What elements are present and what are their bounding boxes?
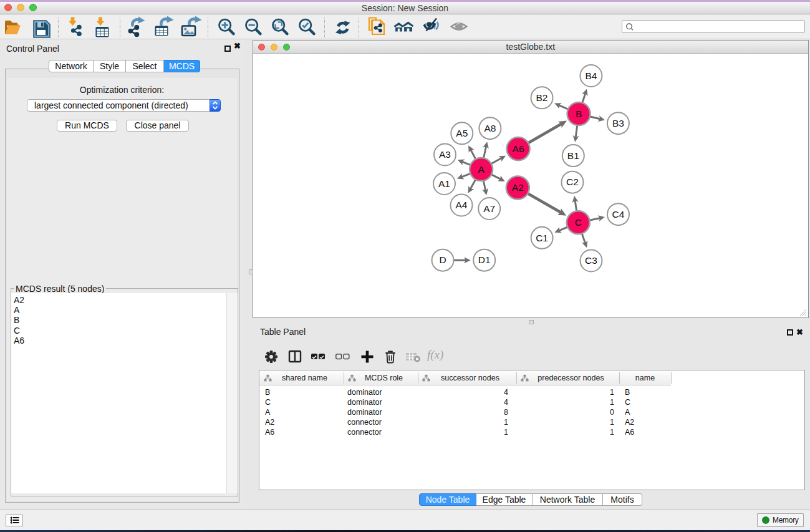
svg-text:B3: B3	[612, 117, 624, 128]
svg-text:B2: B2	[536, 92, 547, 103]
svg-text:A6: A6	[512, 143, 524, 153]
svg-text:D: D	[439, 254, 446, 265]
svg-text:A4: A4	[455, 200, 467, 210]
svg-text:A2: A2	[511, 182, 523, 193]
svg-text:A3: A3	[439, 149, 451, 160]
svg-text:A: A	[478, 163, 485, 174]
svg-text:A1: A1	[438, 178, 450, 188]
svg-text:C3: C3	[585, 255, 597, 266]
svg-text:A5: A5	[456, 128, 468, 138]
svg-text:C: C	[574, 217, 581, 228]
svg-text:C4: C4	[612, 208, 624, 219]
svg-text:B1: B1	[567, 150, 579, 160]
svg-text:A8: A8	[484, 122, 496, 133]
svg-text:C1: C1	[536, 232, 548, 243]
svg-text:A7: A7	[483, 203, 495, 213]
svg-text:C2: C2	[566, 177, 579, 187]
svg-text:B4: B4	[585, 70, 597, 80]
svg-text:B: B	[575, 108, 581, 118]
svg-text:D1: D1	[478, 254, 490, 265]
